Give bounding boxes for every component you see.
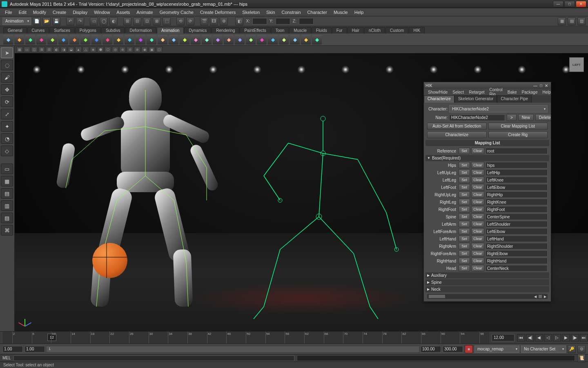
ipr-icon[interactable]: 🎞 [210, 17, 218, 25]
shelf-icon[interactable]: ◆ [3, 35, 13, 45]
delete-button[interactable]: Delete [535, 114, 551, 121]
map-clear-button[interactable]: Clear [471, 184, 484, 191]
panel-icon[interactable]: △ [82, 47, 89, 52]
timeline-scale[interactable]: 12 2610141822263034384246505458626670747… [2, 332, 489, 343]
layout2-icon[interactable]: ▤ [568, 17, 576, 25]
paint-select-icon[interactable]: 🖌 [1, 72, 13, 83]
hik-tab-skeletongenerator[interactable]: Skeleton Generator [454, 95, 497, 103]
toolbar-icon[interactable]: 📄 [33, 17, 41, 25]
snap-plane-icon[interactable]: ⊠ [153, 17, 161, 25]
panel-icon[interactable]: ⊟ [46, 47, 52, 52]
go-button[interactable]: > [507, 114, 517, 121]
new-button[interactable]: New [518, 114, 534, 121]
step-back-icon[interactable]: ◀ [535, 334, 543, 341]
panel-icon[interactable]: ◒ [68, 47, 74, 52]
clearmap-button[interactable]: Clear Mapping List [488, 123, 548, 130]
select-tool-icon[interactable]: ➤ [1, 47, 13, 58]
map-set-button[interactable]: Set [459, 199, 470, 205]
map-value[interactable]: RightElbow [486, 250, 548, 257]
shelf-icon[interactable]: ◆ [312, 35, 322, 45]
shelf-icon[interactable]: ◆ [191, 35, 200, 45]
hik-menu-showhide[interactable]: Show/Hide [425, 90, 450, 95]
shelf-tab-hair[interactable]: Hair [347, 27, 364, 34]
map-clear-button[interactable]: Clear [471, 243, 484, 249]
menu-character[interactable]: Character [304, 9, 330, 16]
shelf-tab-polygons[interactable]: Polygons [75, 27, 101, 34]
paint-icon[interactable]: ◐ [109, 17, 118, 25]
goto-start-icon[interactable]: ⏮ [517, 334, 525, 341]
hik-max-icon[interactable]: □ [540, 83, 542, 88]
map-clear-button[interactable]: Clear [471, 206, 484, 213]
character-set-dropdown[interactable]: No Character Set [521, 346, 566, 353]
hik-menu-bake[interactable]: Bake [505, 90, 519, 95]
render-settings-icon[interactable]: ⚙ [220, 17, 228, 25]
shelf-icon[interactable]: ◆ [136, 35, 145, 45]
name-input[interactable] [449, 114, 505, 121]
range-end-inner[interactable] [421, 346, 441, 352]
lasso-icon[interactable]: ◯ [100, 17, 108, 25]
menu-geometry cache[interactable]: Geometry Cache [156, 9, 197, 16]
map-value[interactable]: LeftHand [486, 236, 548, 242]
hik-menu-select[interactable]: Select [450, 90, 466, 95]
shelf-icon[interactable]: ◆ [25, 35, 35, 45]
range-start-outer[interactable] [2, 346, 23, 352]
undo-icon[interactable]: ↶ [66, 17, 74, 25]
ref-value[interactable]: root [486, 148, 548, 154]
select-icon[interactable]: ▭ [90, 17, 98, 25]
map-clear-button[interactable]: Clear [471, 169, 484, 176]
map-value[interactable]: RightHand [486, 258, 548, 264]
shelf-tab-hik[interactable]: HIK [409, 27, 425, 34]
move-tool-icon[interactable]: ✥ [1, 84, 13, 95]
hik-menu-package[interactable]: Package [519, 90, 540, 95]
current-frame-field[interactable] [492, 334, 514, 341]
panel-icon[interactable]: ▣ [149, 47, 155, 52]
shelf-tab-surfaces[interactable]: Surfaces [49, 27, 74, 34]
snap-curve-icon[interactable]: ⊟ [133, 17, 141, 25]
map-value[interactable]: LeftElbow [486, 184, 548, 191]
map-set-button[interactable]: Set [459, 191, 470, 198]
shelf-icon[interactable]: ◆ [114, 35, 123, 45]
layout-icon[interactable]: ▦ [558, 17, 566, 25]
shelf-tab-subdivs[interactable]: Subdivs [101, 27, 125, 34]
step-fwd-key-icon[interactable]: |▶ [571, 334, 579, 341]
ref-clear-button[interactable]: Clear [471, 148, 484, 154]
menu-display[interactable]: Display [69, 9, 91, 16]
map-clear-button[interactable]: Clear [471, 213, 484, 220]
shelf-tab-rendering[interactable]: Rendering [212, 27, 239, 34]
range-start-inner[interactable] [24, 346, 45, 352]
range-end-outer[interactable] [443, 346, 463, 352]
shelf-icon[interactable]: ◆ [180, 35, 189, 45]
map-set-button[interactable]: Set [459, 243, 470, 249]
history-off-icon[interactable]: ⟳ [186, 17, 194, 25]
map-clear-button[interactable]: Clear [471, 191, 484, 198]
hik-scrollbar[interactable]: ◀▶ [427, 294, 548, 299]
map-set-button[interactable]: Set [459, 213, 470, 220]
map-value[interactable]: LeftKnee [486, 177, 548, 183]
panel-icon[interactable]: ▦ [16, 47, 23, 52]
map-value[interactable]: RightKnee [486, 199, 548, 205]
shelf-icon[interactable]: ◆ [47, 35, 57, 45]
section-spine[interactable]: Spine [425, 279, 549, 285]
lasso-tool-icon[interactable]: ◌ [1, 60, 13, 70]
shelf-icon[interactable]: ◆ [301, 35, 311, 45]
createrig-button[interactable]: Create Rig [488, 131, 548, 138]
shelf-icon[interactable]: ◆ [224, 35, 234, 45]
shelf-tab-dynamics[interactable]: Dynamics [184, 27, 211, 34]
shelf-icon[interactable]: ◆ [235, 35, 245, 45]
hypershade-icon[interactable]: ▥ [1, 200, 13, 211]
menu-muscle[interactable]: Muscle [330, 9, 351, 16]
shelf-icon[interactable]: ◆ [202, 35, 212, 45]
map-clear-button[interactable]: Clear [471, 177, 484, 183]
input-mode-icon[interactable]: ◧ [235, 17, 243, 25]
prefs-icon[interactable]: ⚙ [577, 345, 586, 353]
new-scene-icon[interactable]: 📂 [42, 17, 51, 25]
map-clear-button[interactable]: Clear [471, 221, 484, 227]
ref-set-button[interactable]: Set [459, 148, 470, 154]
panel-icon[interactable]: ▭ [24, 47, 30, 52]
render-icon[interactable]: 🎬 [200, 17, 208, 25]
shelf-icon[interactable]: ◆ [14, 35, 24, 45]
panel-icon[interactable]: ◎ [112, 47, 118, 52]
time-slider[interactable]: 12 2610141822263034384246505458626670747… [0, 331, 588, 343]
map-value[interactable]: LeftShoulder [486, 221, 548, 227]
shelf-tab-custom[interactable]: Custom [385, 27, 408, 34]
